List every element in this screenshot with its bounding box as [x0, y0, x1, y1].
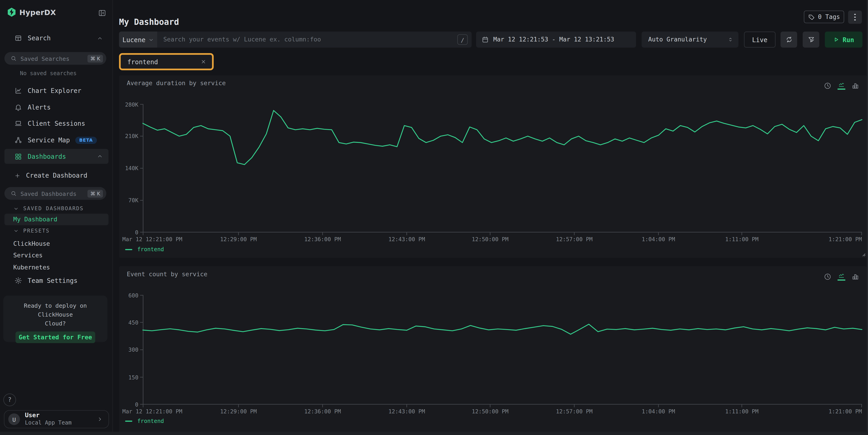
search-input[interactable] [157, 36, 457, 43]
y-axis: 0150300450600 [116, 295, 138, 404]
query-bar: Lucene / [119, 32, 472, 48]
x-tick-label: 12:36:00 PM [304, 408, 341, 414]
collapse-sidebar-icon[interactable] [98, 9, 106, 17]
laptop-icon [14, 120, 22, 127]
clock-icon[interactable] [824, 273, 832, 280]
refresh-icon [785, 36, 793, 43]
user-menu[interactable]: U User Local App Team [4, 410, 109, 428]
x-tick-label: 1:21:00 PM [829, 237, 862, 243]
page-title: My Dashboard [119, 17, 179, 27]
sidebar-item-label: Alerts [28, 103, 51, 111]
y-tick-label: 450 [128, 319, 138, 325]
saved-dashboards-input[interactable]: ⌘ K [4, 187, 106, 200]
slash-shortcut: / [457, 34, 468, 45]
sidebar-item-label: Client Sessions [28, 120, 85, 127]
live-button[interactable]: Live [744, 32, 776, 48]
dashboard-menu-button[interactable] [848, 10, 862, 24]
bell-icon [14, 103, 22, 111]
chart-title: Event count by service [127, 271, 208, 278]
sidebar-item-dashboards[interactable]: Dashboards [4, 149, 108, 164]
sidebar-item-chart-explorer[interactable]: Chart Explorer [4, 84, 108, 98]
saved-searches-input[interactable]: ⌘ K [4, 52, 106, 65]
sidebar-item-team-settings[interactable]: Team Settings [4, 273, 108, 288]
create-dashboard-button[interactable]: Create Dashboard [4, 168, 108, 183]
sidebar-item-service-map[interactable]: Service Map BETA [4, 133, 108, 147]
get-started-button[interactable]: Get Started for Free [16, 332, 95, 343]
bar-chart-icon[interactable] [851, 273, 859, 280]
sidebar-item-services[interactable]: Services [4, 250, 108, 261]
y-tick-label: 140K [125, 165, 138, 171]
query-language-value: Lucene [123, 36, 146, 43]
sidebar-item-label: Dashboards [28, 152, 66, 160]
legend-frontend[interactable]: frontend [125, 246, 164, 252]
section-presets[interactable]: PRESETS [13, 227, 50, 234]
x-tick-label: 12:36:00 PM [304, 237, 341, 243]
query-language-select[interactable]: Lucene [119, 32, 157, 48]
refresh-button[interactable] [781, 32, 797, 48]
play-icon [833, 36, 839, 42]
horizontal-scrollbar[interactable] [0, 432, 868, 435]
chevron-down-icon [13, 228, 19, 233]
filter-button[interactable] [803, 32, 819, 48]
filter-chip-value: frontend [127, 58, 200, 66]
user-team: Local App Team [25, 420, 92, 426]
app-window: HyperDX Search ⌘ K No saved searches Cha… [0, 0, 868, 435]
chart-card-toolbar [824, 272, 859, 281]
close-icon[interactable] [200, 59, 207, 65]
x-tick-label: 12:57:00 PM [556, 408, 593, 414]
run-label: Run [842, 36, 854, 43]
chevron-down-icon [13, 206, 19, 211]
line-chart-icon[interactable] [837, 272, 845, 281]
x-tick-label: 1:11:00 PM [725, 237, 758, 243]
granularity-select[interactable]: Auto Granularity [642, 32, 738, 48]
sidebar-item-label: Chart Explorer [28, 87, 82, 95]
section-title: PRESETS [23, 227, 50, 234]
chart-canvas [143, 295, 862, 404]
section-title: SAVED DASHBOARDS [23, 206, 84, 212]
sidebar-item-clickhouse[interactable]: ClickHouse [4, 238, 108, 250]
sidebar-item-my-dashboard[interactable]: My Dashboard [4, 214, 108, 225]
x-axis: Mar 12 12:21:00 PM12:29:00 PM12:36:00 PM… [143, 237, 862, 243]
sidebar-item-kubernetes[interactable]: Kubernetes [4, 262, 108, 273]
sidebar: HyperDX Search ⌘ K No saved searches Cha… [0, 0, 113, 435]
sidebar-item-alerts[interactable]: Alerts [4, 100, 108, 115]
dashboard-link-label: My Dashboard [13, 216, 57, 223]
legend-swatch [125, 249, 132, 250]
y-tick-label: 300 [128, 347, 138, 353]
x-axis: Mar 12 12:21:00 PM12:29:00 PM12:36:00 PM… [143, 408, 862, 415]
sidebar-item-search[interactable]: Search [4, 31, 108, 45]
x-tick-label: 12:43:00 PM [389, 237, 425, 243]
bar-chart-icon[interactable] [851, 82, 859, 89]
search-icon [10, 55, 17, 61]
saved-searches-field[interactable] [21, 55, 84, 62]
resize-handle-icon[interactable] [860, 251, 866, 257]
time-range-value[interactable] [493, 36, 630, 43]
no-saved-searches-text: No saved searches [20, 70, 77, 76]
updown-chevrons-icon [727, 36, 734, 42]
beta-badge: BETA [75, 136, 97, 144]
chart-card-average-duration: Average duration by service 070K140K210K… [119, 75, 867, 258]
section-saved-dashboards[interactable]: SAVED DASHBOARDS [13, 206, 84, 212]
y-tick-label: 210K [125, 133, 138, 139]
help-button[interactable]: ? [3, 394, 16, 406]
time-range-picker[interactable] [476, 32, 636, 48]
line-chart-average-duration: 070K140K210K280K Mar 12 12:21:00 PM12:29… [143, 104, 862, 232]
filter-icon [807, 36, 815, 43]
vertical-scrollbar[interactable] [867, 0, 868, 435]
run-button[interactable]: Run [825, 32, 862, 48]
x-tick-label: 12:50:00 PM [472, 237, 508, 243]
line-chart-icon[interactable] [837, 81, 845, 90]
saved-dashboards-field[interactable] [21, 190, 84, 197]
sidebar-item-client-sessions[interactable]: Client Sessions [4, 116, 108, 130]
filter-chip-frontend[interactable]: frontend [119, 53, 214, 70]
service-map-icon [14, 136, 22, 144]
table-icon [14, 34, 22, 42]
clock-icon[interactable] [824, 82, 832, 89]
sidebar-item-label: Search [28, 34, 51, 42]
x-tick-label: 12:29:00 PM [220, 237, 257, 243]
x-tick-label: 12:50:00 PM [472, 408, 508, 414]
x-tick-label: 1:04:00 PM [642, 408, 675, 414]
x-tick-label: 12:43:00 PM [389, 408, 425, 414]
legend-frontend[interactable]: frontend [125, 418, 164, 424]
tags-button[interactable]: 0 Tags [804, 10, 844, 23]
